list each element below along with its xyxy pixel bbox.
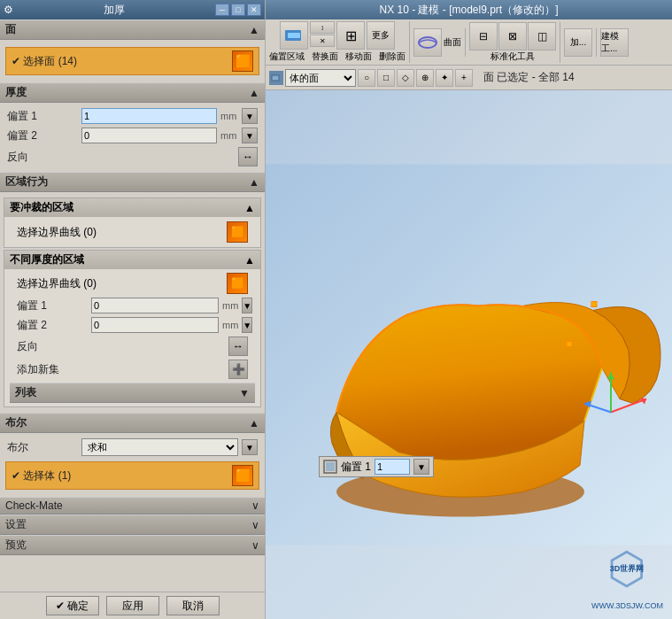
face-section-content: ✔ 选择面 (14) 🟧: [0, 40, 265, 82]
apply-button[interactable]: 应用: [106, 596, 159, 615]
panel-restore-btn[interactable]: □: [231, 4, 245, 16]
selection-icon: [269, 71, 283, 85]
thickness-section-label: 厚度: [5, 85, 27, 100]
diff-offset2-input[interactable]: [91, 317, 219, 333]
bool-type-select[interactable]: 求和 求差 求交: [81, 438, 238, 456]
sel-tool4[interactable]: ⊕: [416, 69, 434, 87]
surface-btn[interactable]: [413, 28, 442, 57]
cut-region-select-label: 选择边界曲线 (0): [17, 225, 223, 240]
diff-thickness-label: 不同厚度的区域: [10, 252, 84, 267]
sel-tool1[interactable]: ○: [358, 69, 375, 87]
panel-minimize-btn[interactable]: ─: [215, 4, 229, 16]
diff-reverse-btn[interactable]: ↔: [228, 337, 248, 356]
bool-cube-icon[interactable]: 🟧: [232, 465, 253, 486]
diff-thickness-content: 选择边界曲线 (0) 🟧 偏置 1 mm ▼ 偏置 2 mm: [4, 269, 260, 406]
standardize-group: ⊟ ⊠ ◫ 标准化工具: [469, 22, 560, 63]
reverse-btn[interactable]: ↔: [238, 147, 258, 166]
hex-text: 3D世界网: [610, 564, 645, 574]
svg-point-2: [419, 37, 436, 48]
bool-type-row: 布尔 求和 求差 求交 ▼: [0, 437, 265, 458]
replace-face-btn[interactable]: ↕: [310, 21, 335, 34]
face-section-arrow: ▲: [249, 24, 259, 36]
boolean-section-content: 布尔 求和 求差 求交 ▼ ✔ 选择体 (1) 🟧: [0, 433, 265, 497]
add-set-label: 添加新集: [17, 362, 88, 377]
std-tool2[interactable]: ⊠: [498, 22, 527, 50]
offset-popup-input[interactable]: [375, 459, 410, 475]
diff-offset1-input[interactable]: [91, 298, 219, 313]
offset-region-btn[interactable]: [280, 21, 308, 50]
diff-reverse-label: 反向: [17, 339, 88, 354]
build-model-btn[interactable]: 建模工...: [600, 28, 629, 57]
diff-thickness-header[interactable]: 不同厚度的区域 ▲: [4, 251, 260, 269]
offset1-label: 偏置 1: [7, 109, 78, 124]
preview-label: 预览: [5, 538, 27, 553]
checkmate-row[interactable]: Check-Mate ∨: [0, 497, 265, 515]
delete-face-btn[interactable]: ✕: [310, 35, 335, 47]
viewport[interactable]: 偏置 1 ▼ ⬡ 3D世界网 WWW.3DSJW.COM: [266, 90, 672, 619]
offset1-input[interactable]: 1: [81, 108, 217, 124]
main-toolbar: ↕ ✕ ⊞ 更多 偏置区域 替换面 移动面 删除面: [266, 19, 672, 66]
offset1-arrow-btn[interactable]: ▼: [242, 108, 258, 124]
sel-tool3[interactable]: ◇: [397, 69, 414, 87]
cancel-button[interactable]: 取消: [166, 596, 220, 615]
svg-rect-3: [272, 75, 279, 81]
boolean-section-label: 布尔: [5, 415, 27, 430]
face-select-row: ✔ 选择面 (14) 🟧: [5, 47, 259, 75]
sel-tool6[interactable]: +: [455, 69, 473, 87]
svg-rect-12: [567, 342, 572, 347]
panel-title-icon: ⚙: [4, 4, 13, 16]
diff-offset2-unit: mm: [222, 320, 238, 330]
diff-offset1-arrow[interactable]: ▼: [242, 298, 252, 313]
watermark-url: WWW.3DSJW.COM: [591, 601, 663, 610]
preview-row[interactable]: 预览 ∨: [0, 535, 265, 555]
panel-title: 加厚: [104, 3, 125, 18]
region-section-header[interactable]: 区域行为 ▲: [0, 172, 265, 192]
offset2-row: 偏置 2 mm ▼: [0, 126, 265, 145]
offset2-input[interactable]: [81, 128, 217, 143]
offset-popup-arrow[interactable]: ▼: [413, 459, 429, 475]
add-btn[interactable]: 加...: [564, 28, 592, 57]
diff-offset2-arrow[interactable]: ▼: [242, 317, 252, 333]
move-face-btn[interactable]: ⊞: [336, 21, 365, 50]
thickness-section-header[interactable]: 厚度 ▲: [0, 82, 265, 103]
cut-region-header[interactable]: 要冲裁的区域 ▲: [4, 198, 260, 217]
diff-offset2-label: 偏置 2: [17, 318, 88, 333]
add-set-btn[interactable]: ➕: [228, 360, 248, 379]
diff-reverse-row: 反向 ↔: [10, 335, 255, 358]
std-tool1[interactable]: ⊟: [469, 22, 498, 50]
face-cube-icon[interactable]: 🟧: [232, 50, 253, 72]
settings-arrow: ∨: [251, 519, 259, 531]
settings-row[interactable]: 设置 ∨: [0, 515, 265, 535]
diff-offset1-row: 偏置 1 mm ▼: [10, 296, 255, 315]
face-section-header[interactable]: 面 ▲: [0, 19, 265, 40]
move-face-label: 移动面: [345, 50, 372, 63]
svg-rect-1: [288, 33, 300, 38]
status-text: 面 已选定 - 全部 14: [483, 70, 575, 85]
cut-region-select-row: 选择边界曲线 (0) 🟧: [10, 220, 255, 244]
diff-select-btn[interactable]: 🟧: [227, 273, 248, 294]
boolean-section-header[interactable]: 布尔 ▲: [0, 413, 265, 433]
watermark: ⬡ 3D世界网 WWW.3DSJW.COM: [591, 538, 663, 610]
sel-tool2[interactable]: □: [377, 69, 395, 87]
cut-region-select-btn[interactable]: 🟧: [227, 221, 248, 243]
left-panel: ⚙ 加厚 ─ □ ✕ 面 ▲ ✔ 选择面 (14) 🟧: [0, 0, 266, 619]
panel-close-btn[interactable]: ✕: [247, 4, 261, 16]
selection-toolbar: 体的面 ○ □ ◇ ⊕ ✦ + 面 已选定 - 全部 14: [266, 66, 672, 90]
bool-select-label: ✔ 选择体 (1): [12, 468, 71, 484]
thickness-section-arrow: ▲: [249, 87, 259, 99]
ok-button[interactable]: ✔ 确定: [46, 596, 99, 615]
sel-tool5[interactable]: ✦: [436, 69, 453, 87]
list-header[interactable]: 列表 ▼: [10, 383, 255, 403]
cut-region-content: 选择边界曲线 (0) 🟧: [4, 217, 260, 247]
region-section-label: 区域行为: [5, 174, 48, 190]
offset1-row: 偏置 1 1 mm ▼: [0, 106, 265, 126]
body-face-select[interactable]: 体的面: [285, 69, 356, 87]
spacer: [0, 555, 265, 592]
face-select-label: ✔ 选择面 (14): [12, 54, 77, 69]
preview-arrow: ∨: [251, 539, 259, 552]
bool-arrow-btn[interactable]: ▼: [242, 439, 258, 455]
diff-offset1-unit: mm: [222, 300, 238, 311]
more-btn[interactable]: 更多: [367, 21, 395, 50]
std-tool3[interactable]: ◫: [528, 22, 556, 50]
offset2-arrow-btn[interactable]: ▼: [242, 128, 258, 143]
